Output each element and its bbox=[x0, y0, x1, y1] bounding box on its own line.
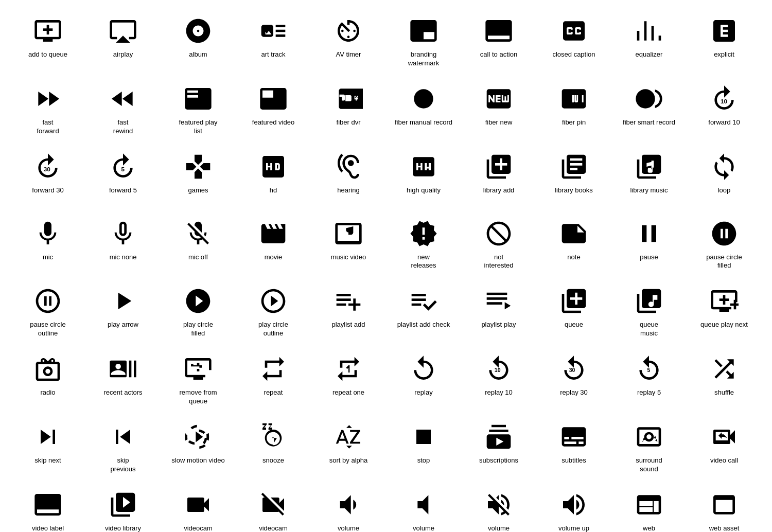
icon-item-mic-off: mic off bbox=[161, 213, 236, 276]
icon-item-branding-watermark: brandingwatermark bbox=[386, 10, 461, 73]
svg-text:5: 5 bbox=[647, 367, 651, 373]
note-label: note bbox=[567, 253, 580, 262]
remove-from-queue-icon bbox=[183, 353, 214, 384]
fast-rewind-icon bbox=[108, 83, 138, 114]
hd-label: hd bbox=[270, 186, 277, 195]
web-asset-icon bbox=[709, 489, 740, 520]
fiber-smart-record-label: fiber smart record bbox=[623, 118, 675, 127]
note-icon bbox=[558, 218, 589, 249]
icon-item-skip-previous: skipprevious bbox=[85, 416, 161, 479]
radio-icon bbox=[32, 353, 63, 384]
icon-item-web: web bbox=[611, 484, 687, 532]
icon-item-call-to-action: call to action bbox=[461, 10, 536, 73]
repeat-one-icon bbox=[333, 353, 364, 384]
icon-item-queue-music: queuemusic bbox=[611, 280, 687, 343]
library-add-icon bbox=[483, 151, 514, 182]
library-books-icon bbox=[558, 151, 589, 182]
queue-music-label: queuemusic bbox=[640, 321, 658, 338]
recent-actors-icon bbox=[108, 353, 138, 384]
high-quality-icon bbox=[408, 151, 439, 182]
fiber-manual-record-icon bbox=[408, 83, 439, 114]
volume-mute-label: volumemute bbox=[413, 524, 434, 532]
fiber-pin-icon bbox=[558, 83, 589, 114]
svg-text:30: 30 bbox=[44, 166, 50, 172]
fiber-smart-record-icon bbox=[634, 83, 664, 114]
repeat-label: repeat bbox=[264, 388, 283, 397]
closed-caption-label: closed caption bbox=[552, 50, 595, 59]
replay-5-label: replay 5 bbox=[637, 388, 661, 397]
album-icon bbox=[183, 15, 214, 46]
fiber-dvr-label: fiber dvr bbox=[337, 118, 361, 127]
repeat-icon bbox=[258, 353, 289, 384]
web-asset-label: web asset bbox=[709, 524, 740, 532]
icon-item-slow-motion-video: slow motion video bbox=[161, 416, 236, 479]
icon-item-new-releases: newreleases bbox=[386, 213, 461, 276]
movie-icon bbox=[258, 218, 289, 249]
replay-5-icon: 5 bbox=[634, 353, 664, 384]
branding-watermark-icon bbox=[408, 15, 439, 46]
music-video-icon bbox=[333, 218, 364, 249]
games-label: games bbox=[188, 186, 208, 195]
icon-item-fiber-new: fiber new bbox=[461, 78, 536, 141]
icon-item-airplay: airplay bbox=[85, 10, 161, 73]
icon-item-pause-circle-filled: pause circlefilled bbox=[687, 213, 762, 276]
playlist-add-check-icon bbox=[408, 286, 439, 316]
svg-text:5: 5 bbox=[121, 166, 125, 172]
subtitles-label: subtitles bbox=[562, 456, 586, 465]
icon-item-movie: movie bbox=[236, 213, 311, 276]
volume-up-icon bbox=[558, 489, 589, 520]
explicit-icon bbox=[709, 15, 740, 46]
av-timer-label: AV timer bbox=[336, 50, 361, 59]
forward-10-icon: 10 bbox=[709, 83, 740, 114]
new-releases-label: newreleases bbox=[411, 253, 436, 271]
videocam-icon bbox=[183, 489, 214, 520]
play-circle-filled-icon bbox=[183, 286, 214, 316]
web-label: web bbox=[643, 524, 655, 532]
queue-icon bbox=[558, 286, 589, 316]
icon-item-featured-video: featured video bbox=[236, 78, 311, 141]
mic-off-icon bbox=[183, 218, 214, 249]
videocam-off-icon bbox=[258, 489, 289, 520]
icon-item-videocam: videocam bbox=[161, 484, 236, 532]
video-library-icon bbox=[108, 489, 138, 520]
icon-item-games: games bbox=[161, 146, 236, 208]
slow-motion-video-label: slow motion video bbox=[171, 456, 224, 465]
svg-text:10: 10 bbox=[495, 367, 501, 373]
icon-item-featured-play-list: featured playlist bbox=[161, 78, 236, 141]
icon-item-fiber-dvr: fiber dvr bbox=[311, 78, 386, 141]
icon-item-music-video: music video bbox=[311, 213, 386, 276]
icon-item-video-call: video call bbox=[687, 416, 762, 479]
subscriptions-label: subscriptions bbox=[479, 456, 518, 465]
icon-item-loop: loop bbox=[687, 146, 762, 208]
featured-video-label: featured video bbox=[252, 118, 294, 127]
icon-item-queue: queue bbox=[536, 280, 611, 343]
icon-item-library-books: library books bbox=[536, 146, 611, 208]
icon-item-video-label: video label bbox=[10, 484, 85, 532]
fiber-manual-record-label: fiber manual record bbox=[395, 118, 452, 127]
new-releases-icon bbox=[408, 218, 439, 249]
icon-item-repeat-one: repeat one bbox=[311, 348, 386, 411]
shuffle-icon bbox=[709, 353, 740, 384]
video-call-label: video call bbox=[710, 456, 738, 465]
icon-item-repeat: repeat bbox=[236, 348, 311, 411]
icon-item-volume-up: volume up bbox=[536, 484, 611, 532]
replay-10-label: replay 10 bbox=[485, 388, 512, 397]
forward-5-icon: 5 bbox=[108, 151, 138, 182]
library-music-icon bbox=[634, 151, 664, 182]
airplay-icon bbox=[108, 15, 138, 46]
videocam-off-label: videocamoff bbox=[259, 524, 288, 532]
icon-item-remove-from-queue: remove fromqueue bbox=[161, 348, 236, 411]
icon-item-videocam-off: videocamoff bbox=[236, 484, 311, 532]
mic-none-icon bbox=[108, 218, 138, 249]
movie-label: movie bbox=[265, 253, 283, 262]
icon-item-add-to-queue: add to queue bbox=[10, 10, 85, 73]
icon-grid: add to queue airplay album art track AV … bbox=[10, 10, 762, 532]
games-icon bbox=[183, 151, 214, 182]
replay-10-icon: 10 bbox=[483, 353, 514, 384]
surround-sound-label: surroundsound bbox=[636, 456, 662, 474]
featured-play-list-icon bbox=[183, 83, 214, 114]
queue-play-next-icon bbox=[709, 286, 740, 316]
playlist-add-icon bbox=[333, 286, 364, 316]
volume-mute-icon bbox=[408, 489, 439, 520]
replay-30-label: replay 30 bbox=[560, 388, 587, 397]
